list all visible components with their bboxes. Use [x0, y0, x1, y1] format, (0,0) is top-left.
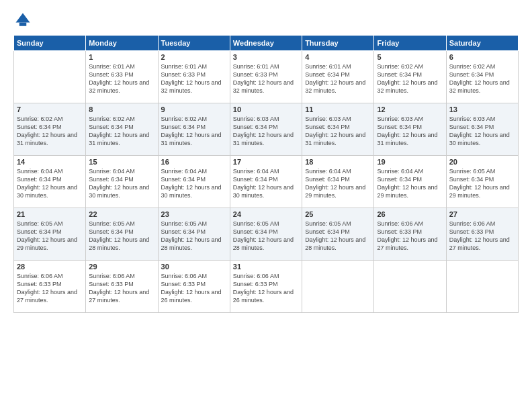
day-number: 31 [233, 263, 299, 271]
day-number: 23 [161, 210, 227, 218]
calendar-cell: 16Sunrise: 6:04 AMSunset: 6:34 PMDayligh… [158, 156, 230, 208]
weekday-header: Friday [374, 36, 446, 51]
calendar-header-row: SundayMondayTuesdayWednesdayThursdayFrid… [14, 36, 519, 51]
day-number: 22 [89, 210, 154, 218]
calendar-cell: 7Sunrise: 6:02 AMSunset: 6:34 PMDaylight… [14, 103, 86, 156]
day-info: Sunrise: 6:06 AMSunset: 6:33 PMDaylight:… [17, 272, 83, 305]
calendar-table: SundayMondayTuesdayWednesdayThursdayFrid… [13, 35, 519, 313]
calendar-cell: 26Sunrise: 6:06 AMSunset: 6:33 PMDayligh… [374, 208, 446, 261]
calendar-cell: 17Sunrise: 6:04 AMSunset: 6:34 PMDayligh… [230, 156, 302, 208]
header [13, 11, 519, 30]
day-number: 14 [17, 158, 83, 166]
calendar-cell: 8Sunrise: 6:02 AMSunset: 6:34 PMDaylight… [86, 103, 158, 156]
day-number: 21 [17, 210, 83, 218]
calendar-cell: 2Sunrise: 6:01 AMSunset: 6:33 PMDaylight… [158, 51, 230, 103]
calendar-week-row: 1Sunrise: 6:01 AMSunset: 6:33 PMDaylight… [14, 51, 519, 103]
calendar-cell: 3Sunrise: 6:01 AMSunset: 6:33 PMDaylight… [230, 51, 302, 103]
day-number: 1 [89, 53, 154, 61]
calendar-cell: 13Sunrise: 6:03 AMSunset: 6:34 PMDayligh… [446, 103, 518, 156]
day-info: Sunrise: 6:01 AMSunset: 6:34 PMDaylight:… [305, 62, 371, 95]
day-info: Sunrise: 6:01 AMSunset: 6:33 PMDaylight:… [161, 62, 227, 95]
day-info: Sunrise: 6:04 AMSunset: 6:34 PMDaylight:… [233, 167, 299, 200]
day-info: Sunrise: 6:03 AMSunset: 6:34 PMDaylight:… [305, 115, 371, 148]
weekday-header: Sunday [14, 36, 86, 51]
calendar-cell: 9Sunrise: 6:02 AMSunset: 6:34 PMDaylight… [158, 103, 230, 156]
day-number: 15 [89, 158, 154, 166]
calendar-week-row: 14Sunrise: 6:04 AMSunset: 6:34 PMDayligh… [14, 156, 519, 208]
day-info: Sunrise: 6:04 AMSunset: 6:34 PMDaylight:… [161, 167, 227, 200]
calendar-week-row: 28Sunrise: 6:06 AMSunset: 6:33 PMDayligh… [14, 261, 519, 313]
day-info: Sunrise: 6:06 AMSunset: 6:33 PMDaylight:… [161, 272, 227, 305]
day-number: 24 [233, 210, 299, 218]
weekday-header: Monday [86, 36, 158, 51]
day-info: Sunrise: 6:04 AMSunset: 6:34 PMDaylight:… [305, 167, 371, 200]
day-info: Sunrise: 6:06 AMSunset: 6:33 PMDaylight:… [449, 220, 515, 253]
day-number: 28 [17, 263, 83, 271]
calendar-cell: 25Sunrise: 6:05 AMSunset: 6:34 PMDayligh… [302, 208, 374, 261]
day-info: Sunrise: 6:06 AMSunset: 6:33 PMDaylight:… [377, 220, 443, 253]
day-number: 16 [161, 158, 227, 166]
day-info: Sunrise: 6:05 AMSunset: 6:34 PMDaylight:… [449, 167, 515, 200]
calendar-cell: 15Sunrise: 6:04 AMSunset: 6:34 PMDayligh… [86, 156, 158, 208]
calendar-cell: 1Sunrise: 6:01 AMSunset: 6:33 PMDaylight… [86, 51, 158, 103]
weekday-header: Saturday [446, 36, 518, 51]
calendar-cell: 28Sunrise: 6:06 AMSunset: 6:33 PMDayligh… [14, 261, 86, 313]
day-info: Sunrise: 6:03 AMSunset: 6:34 PMDaylight:… [233, 115, 299, 148]
calendar-week-row: 21Sunrise: 6:05 AMSunset: 6:34 PMDayligh… [14, 208, 519, 261]
calendar-cell: 19Sunrise: 6:04 AMSunset: 6:34 PMDayligh… [374, 156, 446, 208]
calendar-cell: 18Sunrise: 6:04 AMSunset: 6:34 PMDayligh… [302, 156, 374, 208]
day-number: 19 [377, 158, 443, 166]
day-number: 25 [305, 210, 371, 218]
day-number: 29 [89, 263, 154, 271]
calendar-week-row: 7Sunrise: 6:02 AMSunset: 6:34 PMDaylight… [14, 103, 519, 156]
calendar-cell [446, 261, 518, 313]
calendar-cell: 29Sunrise: 6:06 AMSunset: 6:33 PMDayligh… [86, 261, 158, 313]
svg-marker-0 [16, 13, 30, 23]
day-info: Sunrise: 6:05 AMSunset: 6:34 PMDaylight:… [89, 220, 154, 253]
day-number: 26 [377, 210, 443, 218]
calendar-cell: 31Sunrise: 6:06 AMSunset: 6:33 PMDayligh… [230, 261, 302, 313]
calendar-cell: 14Sunrise: 6:04 AMSunset: 6:34 PMDayligh… [14, 156, 86, 208]
calendar-cell: 27Sunrise: 6:06 AMSunset: 6:33 PMDayligh… [446, 208, 518, 261]
day-number: 30 [161, 263, 227, 271]
calendar-cell: 24Sunrise: 6:05 AMSunset: 6:34 PMDayligh… [230, 208, 302, 261]
day-info: Sunrise: 6:02 AMSunset: 6:34 PMDaylight:… [377, 62, 443, 95]
day-info: Sunrise: 6:02 AMSunset: 6:34 PMDaylight:… [17, 115, 83, 148]
day-info: Sunrise: 6:03 AMSunset: 6:34 PMDaylight:… [377, 115, 443, 148]
page: SundayMondayTuesdayWednesdayThursdayFrid… [0, 0, 532, 411]
weekday-header: Thursday [302, 36, 374, 51]
day-info: Sunrise: 6:05 AMSunset: 6:34 PMDaylight:… [233, 220, 299, 253]
day-number: 17 [233, 158, 299, 166]
day-info: Sunrise: 6:02 AMSunset: 6:34 PMDaylight:… [89, 115, 154, 148]
day-info: Sunrise: 6:05 AMSunset: 6:34 PMDaylight:… [305, 220, 371, 253]
day-info: Sunrise: 6:03 AMSunset: 6:34 PMDaylight:… [449, 115, 515, 148]
calendar-cell: 22Sunrise: 6:05 AMSunset: 6:34 PMDayligh… [86, 208, 158, 261]
day-number: 18 [305, 158, 371, 166]
day-number: 5 [377, 53, 443, 61]
day-info: Sunrise: 6:02 AMSunset: 6:34 PMDaylight:… [161, 115, 227, 148]
calendar-cell [302, 261, 374, 313]
day-number: 20 [449, 158, 515, 166]
day-info: Sunrise: 6:06 AMSunset: 6:33 PMDaylight:… [89, 272, 154, 305]
day-info: Sunrise: 6:01 AMSunset: 6:33 PMDaylight:… [89, 62, 154, 95]
calendar-cell: 21Sunrise: 6:05 AMSunset: 6:34 PMDayligh… [14, 208, 86, 261]
day-number: 10 [233, 105, 299, 113]
day-number: 6 [449, 53, 515, 61]
calendar-cell: 4Sunrise: 6:01 AMSunset: 6:34 PMDaylight… [302, 51, 374, 103]
calendar-cell: 30Sunrise: 6:06 AMSunset: 6:33 PMDayligh… [158, 261, 230, 313]
day-info: Sunrise: 6:01 AMSunset: 6:33 PMDaylight:… [233, 62, 299, 95]
weekday-header: Tuesday [158, 36, 230, 51]
day-number: 27 [449, 210, 515, 218]
calendar-cell: 6Sunrise: 6:02 AMSunset: 6:34 PMDaylight… [446, 51, 518, 103]
day-number: 7 [17, 105, 83, 113]
day-number: 3 [233, 53, 299, 61]
day-info: Sunrise: 6:05 AMSunset: 6:34 PMDaylight:… [17, 220, 83, 253]
calendar-cell: 12Sunrise: 6:03 AMSunset: 6:34 PMDayligh… [374, 103, 446, 156]
calendar-cell [14, 51, 86, 103]
calendar-cell: 5Sunrise: 6:02 AMSunset: 6:34 PMDaylight… [374, 51, 446, 103]
day-info: Sunrise: 6:02 AMSunset: 6:34 PMDaylight:… [449, 62, 515, 95]
calendar-cell: 10Sunrise: 6:03 AMSunset: 6:34 PMDayligh… [230, 103, 302, 156]
svg-rect-1 [19, 23, 27, 26]
logo-icon [13, 11, 32, 30]
day-info: Sunrise: 6:04 AMSunset: 6:34 PMDaylight:… [17, 167, 83, 200]
